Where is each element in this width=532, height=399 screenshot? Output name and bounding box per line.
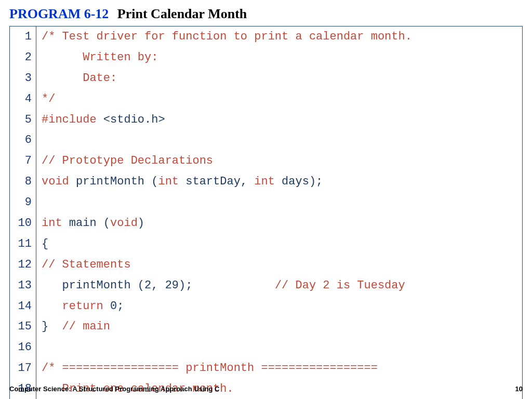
code-line: 17/* ================= printMonth ======… — [10, 358, 523, 379]
code-line: 12// Statements — [10, 255, 523, 275]
code-line: 13 printMonth (2, 29); // Day 2 is Tuesd… — [10, 275, 523, 296]
code-content: // Prototype Declarations — [36, 151, 523, 171]
code-content: void printMonth (int startDay, int days)… — [36, 171, 523, 192]
code-line: 15} // main — [10, 316, 523, 337]
code-content: */ — [36, 89, 523, 110]
code-content: /* Test driver for function to print a c… — [36, 26, 523, 47]
code-content: // Statements — [36, 255, 523, 275]
code-content: /* ================= printMonth ========… — [36, 358, 523, 379]
code-content: return 0; — [36, 296, 523, 317]
line-number: 11 — [10, 234, 36, 255]
line-number: 16 — [10, 337, 36, 358]
code-line: 6 — [10, 130, 523, 151]
code-line: 1/* Test driver for function to print a … — [10, 26, 523, 47]
line-number: 7 — [10, 151, 36, 171]
line-number: 8 — [10, 171, 36, 192]
line-number: 14 — [10, 296, 36, 317]
code-content: int main (void) — [36, 213, 523, 234]
line-number: 4 — [10, 89, 36, 110]
code-content — [36, 337, 523, 358]
program-name: Print Calendar Month — [117, 6, 247, 21]
line-number: 5 — [10, 110, 36, 130]
code-listing: 1/* Test driver for function to print a … — [9, 26, 523, 399]
line-number: 10 — [10, 213, 36, 234]
code-content: { — [36, 234, 523, 255]
page-footer: Computer Science: A Structured Programmi… — [9, 385, 523, 393]
code-content: Written by: — [36, 47, 523, 68]
code-content — [36, 192, 523, 213]
code-line: 8void printMonth (int startDay, int days… — [10, 171, 523, 192]
code-line: 16 — [10, 337, 523, 358]
code-line: 4*/ — [10, 89, 523, 110]
code-line: 9 — [10, 192, 523, 213]
line-number: 2 — [10, 47, 36, 68]
line-number: 13 — [10, 275, 36, 296]
code-line: 5#include <stdio.h> — [10, 110, 523, 130]
code-line: 3 Date: — [10, 68, 523, 89]
code-content: Date: — [36, 68, 523, 89]
line-number: 17 — [10, 358, 36, 379]
code-line: 2 Written by: — [10, 47, 523, 68]
line-number: 15 — [10, 316, 36, 337]
code-content: printMonth (2, 29); // Day 2 is Tuesday — [36, 275, 523, 296]
line-number: 9 — [10, 192, 36, 213]
line-number: 3 — [10, 68, 36, 89]
listing-title: PROGRAM 6-12 Print Calendar Month — [9, 6, 523, 22]
footer-book-title: Computer Science: A Structured Programmi… — [9, 385, 220, 393]
code-content — [36, 130, 523, 151]
program-label: PROGRAM 6-12 — [9, 6, 109, 21]
line-number: 6 — [10, 130, 36, 151]
footer-page-number: 10 — [515, 385, 523, 393]
code-content: } // main — [36, 316, 523, 337]
line-number: 1 — [10, 26, 36, 47]
code-line: 11{ — [10, 234, 523, 255]
line-number: 12 — [10, 255, 36, 275]
code-line: 14 return 0; — [10, 296, 523, 317]
code-line: 7// Prototype Declarations — [10, 151, 523, 171]
code-line: 10int main (void) — [10, 213, 523, 234]
code-content: #include <stdio.h> — [36, 110, 523, 130]
